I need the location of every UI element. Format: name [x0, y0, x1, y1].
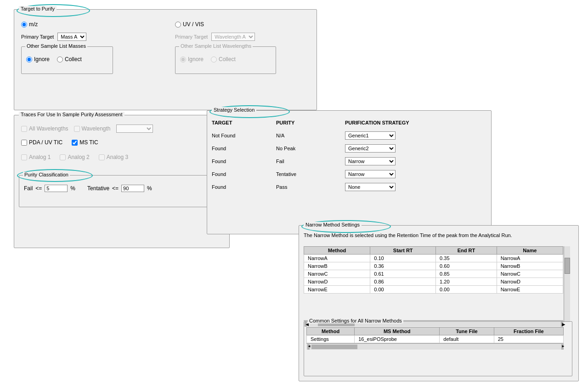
common-cell-method: Settings: [307, 335, 355, 343]
narrow-cell-start_rt: 0.36: [370, 262, 436, 270]
col-target-header: TARGET: [212, 120, 276, 125]
strategy-purity-cell: Pass: [276, 184, 345, 190]
strategy-select[interactable]: Generic1Generic2NarrowNone: [345, 144, 396, 153]
common-cell-fraction_file: 25: [494, 335, 563, 343]
ignore-uv-radio[interactable]: Ignore: [180, 56, 204, 62]
narrow-scrollbar-thumb[interactable]: [565, 258, 570, 274]
collect-uv-radio[interactable]: Collect: [211, 56, 236, 62]
primary-target-uv-label: Primary Target: [175, 34, 208, 40]
strategy-select[interactable]: Generic1Generic2NarrowNone: [345, 157, 396, 165]
primary-target-label: Primary Target: [21, 34, 54, 40]
narrow-cell-start_rt: 0.10: [370, 255, 436, 262]
fail-percent: %: [70, 185, 75, 192]
tentative-percent: %: [147, 185, 152, 192]
narrow-method-settings-panel: Narrow Method Settings The Narrow Method…: [299, 225, 579, 381]
narrow-cell-end_rt: 0.35: [436, 255, 497, 262]
strategy-row: FoundNo PeakGeneric1Generic2NarrowNone: [212, 144, 483, 153]
primary-target-select[interactable]: Mass A Mass B: [57, 33, 86, 41]
mz-label: m/z: [29, 21, 38, 28]
strategy-select[interactable]: Generic1Generic2NarrowNone: [345, 131, 396, 140]
traces-panel-title: Traces For Use In Sample Purity Assessme…: [19, 112, 124, 117]
col-purity-header: PURITY: [276, 120, 345, 125]
analog2-check[interactable]: Analog 2: [60, 154, 89, 160]
common-col-tune-file: Tune File: [440, 328, 494, 335]
common-col-fraction-file: Fraction File: [494, 328, 563, 335]
strategy-selection-panel: Strategy Selection TARGET PURITY PURIFIC…: [207, 110, 492, 234]
wavelength-check[interactable]: Wavelength: [74, 125, 111, 132]
ms-tic-check[interactable]: MS TIC: [72, 139, 98, 146]
strategy-row: FoundTentativeGeneric1Generic2NarrowNone: [212, 170, 483, 178]
common-hscrollbar-right[interactable]: ►: [561, 344, 564, 350]
collect-radio[interactable]: Collect: [57, 56, 82, 62]
tentative-input[interactable]: [121, 185, 144, 192]
narrow-cell-name: NarrowC: [497, 270, 563, 278]
narrow-cell-method: NarrowE: [304, 286, 370, 294]
narrow-table-row: NarrowE0.000.00NarrowE: [304, 286, 563, 294]
narrow-col-start-rt: Start RT: [370, 247, 436, 255]
narrow-table-row: NarrowA0.100.35NarrowA: [304, 255, 563, 262]
wavelength-select[interactable]: [116, 125, 153, 133]
strategy-row: FoundPassGeneric1Generic2NarrowNone: [212, 183, 483, 191]
narrow-cell-name: NarrowB: [497, 262, 563, 270]
purity-classification-group: Purity Classification Fail <= % Tentativ…: [19, 175, 221, 207]
common-table-container: Method MS Method Tune File Fraction File…: [306, 327, 571, 350]
common-col-method: Method: [307, 328, 355, 335]
narrow-cell-end_rt: 0.85: [436, 270, 497, 278]
mz-radio-group[interactable]: m/z: [21, 21, 38, 28]
fail-input[interactable]: [45, 185, 68, 192]
strategy-purity-cell: No Peak: [276, 146, 345, 151]
common-hscrollbar-thumb[interactable]: [311, 345, 357, 349]
common-settings-table: Method MS Method Tune File Fraction File…: [306, 327, 564, 343]
strategy-select[interactable]: Generic1Generic2NarrowNone: [345, 183, 396, 191]
narrow-col-end-rt: End RT: [436, 247, 497, 255]
tentative-lte: <=: [112, 185, 119, 192]
narrow-cell-end_rt: 1.20: [436, 278, 497, 286]
narrow-col-name: Name: [497, 247, 563, 255]
purity-classification-title: Purity Classification: [23, 172, 70, 177]
narrow-scrollbar[interactable]: [564, 246, 570, 322]
narrow-cell-name: NarrowD: [497, 278, 563, 286]
narrow-table-container: Method Start RT End RT Name NarrowA0.100…: [304, 246, 570, 327]
strategy-purity-cell: N/A: [276, 133, 345, 138]
other-masses-title: Other Sample List Masses: [25, 43, 87, 49]
mz-radio[interactable]: [21, 22, 27, 28]
ignore-radio[interactable]: Ignore: [26, 56, 50, 62]
common-cell-ms_method: 16_esiPOSprobe: [355, 335, 440, 343]
traces-panel: Traces For Use In Sample Purity Assessme…: [14, 115, 230, 248]
common-table-row: Settings16_esiPOSprobedefault25: [307, 335, 564, 343]
strategy-row: Not FoundN/AGeneric1Generic2NarrowNone: [212, 131, 483, 140]
strategy-target-cell: Found: [212, 171, 276, 177]
target-to-purify-panel: Target to Purify m/z Primary Target Mass…: [14, 9, 317, 110]
all-wavelengths-check[interactable]: All Wavelengths: [21, 125, 68, 132]
uvvis-radio[interactable]: [175, 22, 181, 28]
narrow-cell-start_rt: 0.61: [370, 270, 436, 278]
narrow-table-row: NarrowD0.861.20NarrowD: [304, 278, 563, 286]
analog3-check[interactable]: Analog 3: [99, 154, 128, 160]
strategy-select[interactable]: Generic1Generic2NarrowNone: [345, 170, 396, 178]
narrow-cell-start_rt: 0.00: [370, 286, 436, 294]
common-settings-group: Common Settings for All Narrow Methods M…: [304, 321, 572, 376]
analog1-check[interactable]: Analog 1: [21, 154, 51, 160]
strategy-target-cell: Found: [212, 159, 276, 164]
primary-target-uv-select[interactable]: Wavelength A: [211, 33, 255, 41]
common-hscrollbar-track: [311, 345, 560, 349]
narrow-cell-name: NarrowA: [497, 255, 563, 262]
strategy-purity-cell: Tentative: [276, 171, 345, 177]
fail-label: Fail: [24, 185, 33, 192]
uvvis-radio-group[interactable]: UV / VIS: [175, 21, 204, 28]
common-hscrollbar-left[interactable]: ◄: [307, 344, 310, 350]
narrow-cell-method: NarrowA: [304, 255, 370, 262]
tentative-label: Tentative: [87, 185, 109, 192]
fail-lte: <=: [35, 185, 42, 192]
common-col-ms-method: MS Method: [355, 328, 440, 335]
common-hscrollbar[interactable]: ◄ ►: [306, 343, 564, 350]
narrow-cell-method: NarrowC: [304, 270, 370, 278]
narrow-description: The Narrow Method is selected using the …: [304, 232, 570, 238]
pda-uv-check[interactable]: PDA / UV TIC: [21, 139, 62, 146]
narrow-panel-title: Narrow Method Settings: [304, 222, 362, 227]
narrow-table-row: NarrowC0.610.85NarrowC: [304, 270, 563, 278]
narrow-cell-start_rt: 0.86: [370, 278, 436, 286]
narrow-table: Method Start RT End RT Name NarrowA0.100…: [304, 246, 563, 294]
col-strategy-header: PURIFICATION STRATEGY: [345, 120, 437, 125]
narrow-cell-end_rt: 0.60: [436, 262, 497, 270]
